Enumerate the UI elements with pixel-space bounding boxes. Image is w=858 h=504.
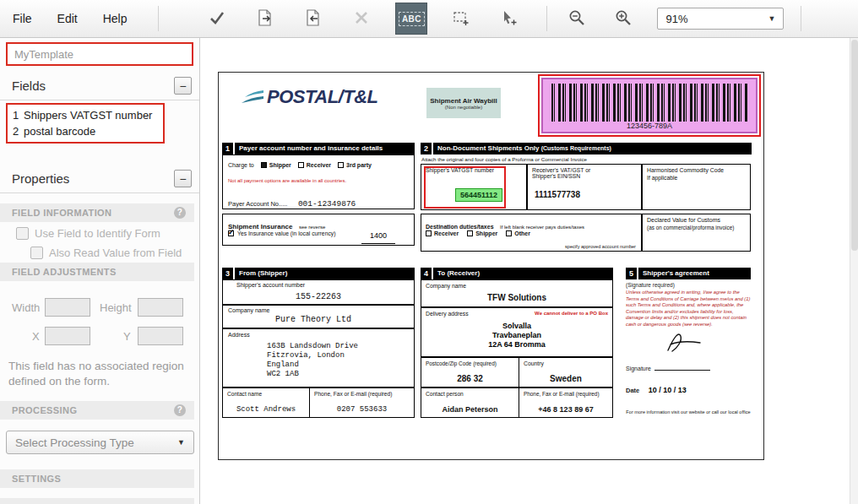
receiver-vat-box: Receiver's VAT/GST or Shipper's EIN/SSN … bbox=[527, 164, 642, 210]
y-label: Y bbox=[123, 330, 131, 343]
duties-receiver-checkbox[interactable] bbox=[426, 230, 432, 236]
receiver-checkbox[interactable] bbox=[298, 162, 304, 168]
insurance-yes-checkbox[interactable] bbox=[228, 230, 234, 236]
shipper-phone-value: 0207 553633 bbox=[310, 405, 414, 414]
charge-to-label: Charge to bbox=[228, 162, 254, 168]
zoom-in-icon bbox=[614, 8, 633, 30]
receiver-contact-row: Contact person Aidan Peterson Phone, Fax… bbox=[421, 387, 613, 418]
shipper-company-label: Company name bbox=[228, 307, 269, 313]
section4-number: 4 bbox=[421, 268, 432, 279]
section2-number: 2 bbox=[421, 143, 432, 154]
vatgst-value-highlight[interactable]: 564451112 bbox=[455, 188, 502, 202]
use-field-label: Use Field to Identify Form bbox=[35, 227, 160, 240]
barcode-highlight-region[interactable]: 123456-789A bbox=[541, 78, 758, 133]
confirm-icon bbox=[208, 8, 226, 30]
help-icon[interactable]: ? bbox=[174, 404, 186, 416]
shipper-checkbox[interactable] bbox=[261, 162, 267, 168]
field-adjustments-bar[interactable]: FIELD ADJUSTMENTS bbox=[0, 263, 194, 281]
shipper-company-box: Company name Pure Theory Ltd bbox=[222, 305, 415, 328]
charge-option-3rdparty: 3rd party bbox=[346, 162, 372, 168]
delete-button[interactable] bbox=[345, 3, 377, 35]
duties-specify-note: specify approved account number bbox=[565, 244, 636, 249]
logo-text: POSTAL/T&L bbox=[267, 86, 377, 108]
contact-name-label: Contact name bbox=[227, 391, 262, 397]
receiver-phone-label: Phone, Fax or E-mail (required) bbox=[524, 391, 600, 397]
fields-collapse-button[interactable]: − bbox=[174, 77, 192, 95]
shipper-address-value: 163B Landsdown Drive Fitzrovia, London E… bbox=[267, 342, 358, 379]
duties-shipper-checkbox[interactable] bbox=[467, 230, 473, 236]
menu-file[interactable]: File bbox=[0, 0, 45, 37]
waybill-subtitle: (Non negotiable) bbox=[426, 105, 501, 110]
document-footnote: For more information visit our website o… bbox=[626, 409, 751, 415]
zoom-out-icon bbox=[567, 8, 586, 30]
receiver-vat-value: 1111577738 bbox=[535, 190, 580, 199]
processing-label: PROCESSING bbox=[12, 405, 77, 415]
properties-collapse-button[interactable]: − bbox=[174, 170, 192, 187]
output-bar[interactable]: OUTPUT bbox=[0, 498, 194, 504]
processing-bar[interactable]: PROCESSING ? bbox=[0, 401, 194, 420]
receiver-company-label: Company name bbox=[426, 283, 466, 289]
charge-to-row: Charge to Shipper Receiver 3rd party bbox=[228, 162, 372, 168]
insurance-option-label: Yes Insurance value (in local currency) bbox=[237, 230, 336, 236]
y-input[interactable] bbox=[138, 327, 183, 345]
field-label: postal barcode bbox=[24, 125, 95, 138]
also-read-label: Also Read Value from Field bbox=[49, 247, 182, 259]
duties-option-receiver: Receiver bbox=[434, 230, 459, 236]
field-list-item-barcode[interactable]: 2postal barcode bbox=[13, 123, 158, 139]
settings-bar[interactable]: SETTINGS bbox=[0, 469, 194, 488]
waybill-document: POSTAL/T&L Shipment Air Waybill (Non neg… bbox=[218, 72, 764, 460]
signature-required-note: (Signature required) bbox=[626, 282, 751, 288]
fields-section-header: Fields − bbox=[0, 74, 199, 100]
help-icon[interactable]: ? bbox=[174, 207, 186, 219]
commodity-note: If applicable bbox=[647, 175, 677, 181]
contact-person-value: Aidan Peterson bbox=[421, 405, 519, 414]
contact-name-value: Scott Andrews bbox=[223, 405, 309, 414]
zoom-in-button[interactable] bbox=[607, 3, 639, 35]
processing-type-select[interactable]: Select Processing Type ▼ bbox=[6, 431, 194, 454]
vertical-scrollbar[interactable] bbox=[850, 38, 858, 504]
sidebar: Fields − 1Shippers VATGST number 2postal… bbox=[0, 38, 200, 504]
settings-label: SETTINGS bbox=[12, 474, 61, 484]
receiver-vat-label: Receiver's VAT/GST or Shipper's EIN/SSN bbox=[532, 167, 608, 179]
document-canvas[interactable]: POSTAL/T&L Shipment Air Waybill (Non neg… bbox=[201, 38, 850, 504]
ocr-field-tool-button[interactable]: ABC bbox=[395, 3, 427, 35]
field-number: 2 bbox=[13, 123, 24, 139]
width-input[interactable] bbox=[45, 298, 90, 317]
commodity-code-box: Harmonised Commodity Code If applicable bbox=[642, 164, 751, 210]
signature-line-row: Signature bbox=[626, 359, 751, 374]
terms-text: Unless otherwise agreed in writing, I/we… bbox=[626, 290, 751, 328]
field-information-bar[interactable]: FIELD INFORMATION ? bbox=[0, 203, 194, 222]
processing-type-value: Select Processing Type bbox=[15, 436, 134, 449]
template-name-input[interactable] bbox=[6, 42, 193, 66]
region-select-tool-button[interactable] bbox=[445, 3, 477, 35]
barcode-number: 123456-789A bbox=[543, 122, 756, 130]
zoom-out-button[interactable] bbox=[561, 3, 593, 35]
add-page-button[interactable] bbox=[297, 3, 329, 35]
destination-duties-box: Destination duties/taxes If left blank r… bbox=[421, 214, 642, 252]
next-page-button[interactable] bbox=[249, 3, 281, 35]
delivery-address-value: Solvalla Travbaneplan 12A 64 Bromma bbox=[421, 322, 612, 350]
zoom-level-select[interactable]: 91% ▼ bbox=[657, 8, 784, 30]
x-input[interactable] bbox=[45, 327, 90, 345]
field-list-item-vatgst[interactable]: 1Shippers VATGST number bbox=[13, 107, 158, 123]
menu-edit[interactable]: Edit bbox=[45, 0, 90, 37]
use-field-checkbox[interactable] bbox=[16, 227, 29, 240]
confirm-button[interactable] bbox=[201, 3, 233, 35]
shipper-account-box: Shipper's account number 155-22263 bbox=[222, 279, 415, 305]
menu-help[interactable]: Help bbox=[90, 0, 140, 37]
zoom-level-value: 91% bbox=[665, 13, 687, 25]
waybill-title-box: Shipment Air Waybill (Non negotiable) bbox=[426, 88, 501, 118]
scrollbar-thumb[interactable] bbox=[851, 40, 858, 251]
charge-option-receiver: Receiver bbox=[307, 162, 331, 168]
height-input[interactable] bbox=[138, 298, 183, 317]
charge-option-shipper: Shipper bbox=[269, 162, 291, 168]
shipper-contact-cell: Contact name Scott Andrews bbox=[223, 388, 309, 417]
duties-other-checkbox[interactable] bbox=[506, 230, 512, 236]
thirdparty-checkbox[interactable] bbox=[338, 162, 344, 168]
pointer-add-tool-button[interactable] bbox=[493, 3, 525, 35]
also-read-checkbox[interactable] bbox=[30, 247, 43, 259]
pointer-add-icon bbox=[500, 8, 519, 30]
properties-section-header: Properties − bbox=[0, 167, 199, 193]
shipper-address-box: Address 163B Landsdown Drive Fitzrovia, … bbox=[222, 328, 415, 387]
barcode-field-annotation[interactable]: 123456-789A bbox=[538, 74, 761, 137]
